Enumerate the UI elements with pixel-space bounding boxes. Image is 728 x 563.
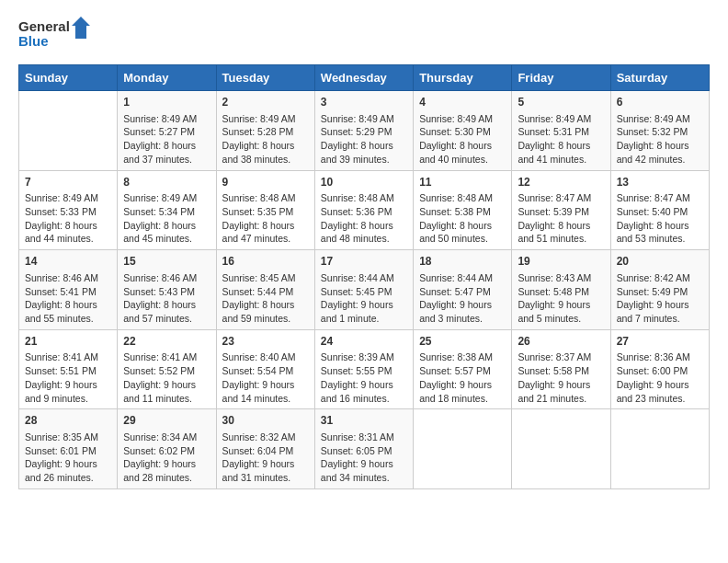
cell-1-4: 3Sunrise: 8:49 AMSunset: 5:29 PMDaylight… <box>314 91 413 171</box>
day-info-line: Daylight: 8 hours <box>321 139 407 153</box>
week-row-4: 21Sunrise: 8:41 AMSunset: 5:51 PMDayligh… <box>19 329 710 409</box>
day-info-line: Sunset: 5:41 PM <box>25 285 111 299</box>
cell-3-1: 14Sunrise: 8:46 AMSunset: 5:41 PMDayligh… <box>19 250 118 330</box>
cell-2-6: 12Sunrise: 8:47 AMSunset: 5:39 PMDayligh… <box>512 170 610 250</box>
day-info-line: Sunset: 6:04 PM <box>222 444 309 458</box>
day-info-line: and 41 minutes. <box>518 153 604 167</box>
day-info-line: Sunset: 6:00 PM <box>617 364 703 378</box>
day-info-line: Daylight: 8 hours <box>222 139 309 153</box>
header-tuesday: Tuesday <box>216 65 314 91</box>
day-info-line: Daylight: 9 hours <box>518 298 604 312</box>
day-info-line: Sunrise: 8:49 AM <box>518 112 604 126</box>
day-info-line: Sunset: 6:05 PM <box>321 444 407 458</box>
day-info-line: Sunset: 5:34 PM <box>123 205 210 219</box>
day-info-line: Sunset: 5:45 PM <box>321 285 407 299</box>
day-info-line: Sunrise: 8:48 AM <box>321 191 407 205</box>
day-info-line: Sunrise: 8:32 AM <box>222 431 309 444</box>
day-info-line: Sunrise: 8:41 AM <box>123 350 210 364</box>
cell-4-5: 25Sunrise: 8:38 AMSunset: 5:57 PMDayligh… <box>414 329 512 409</box>
day-info-line: Daylight: 8 hours <box>222 298 309 312</box>
day-info-line: Sunrise: 8:43 AM <box>518 271 604 285</box>
day-info-line: and 53 minutes. <box>617 232 703 246</box>
day-info-line: and 16 minutes. <box>321 392 407 406</box>
day-number: 12 <box>518 175 604 190</box>
day-info-line: Sunset: 5:52 PM <box>123 364 210 378</box>
day-number: 1 <box>123 95 210 110</box>
svg-text:Blue: Blue <box>18 33 49 49</box>
day-info-line: Sunrise: 8:47 AM <box>617 191 703 205</box>
day-number: 4 <box>419 95 506 110</box>
day-number: 30 <box>222 413 309 429</box>
header-saturday: Saturday <box>610 65 709 91</box>
day-info-line: Daylight: 8 hours <box>419 139 506 153</box>
day-info-line: Sunset: 6:02 PM <box>123 444 210 458</box>
day-info-line: Daylight: 8 hours <box>222 219 309 233</box>
day-info-line: Sunrise: 8:49 AM <box>123 112 210 126</box>
cell-3-2: 15Sunrise: 8:46 AMSunset: 5:43 PMDayligh… <box>118 250 216 330</box>
cell-1-7: 6Sunrise: 8:49 AMSunset: 5:32 PMDaylight… <box>610 91 709 171</box>
day-info-line: and 48 minutes. <box>321 232 407 246</box>
day-number: 11 <box>419 175 506 190</box>
day-info-line: Sunrise: 8:39 AM <box>321 350 407 364</box>
header-wednesday: Wednesday <box>314 65 413 91</box>
day-info-line: and 11 minutes. <box>123 392 210 406</box>
day-info-line: Sunset: 5:54 PM <box>222 364 309 378</box>
day-info-line: and 3 minutes. <box>419 312 506 326</box>
day-info-line: Daylight: 9 hours <box>222 457 309 471</box>
day-info-line: and 57 minutes. <box>123 312 210 326</box>
day-number: 14 <box>25 254 111 270</box>
header-row: SundayMondayTuesdayWednesdayThursdayFrid… <box>19 65 710 91</box>
day-info-line: Daylight: 8 hours <box>617 139 703 153</box>
day-info-line: Daylight: 9 hours <box>25 378 111 392</box>
day-info-line: and 21 minutes. <box>518 392 604 406</box>
day-number: 25 <box>419 334 506 350</box>
day-info-line: and 14 minutes. <box>222 392 309 406</box>
day-number: 20 <box>617 254 703 270</box>
svg-text:General: General <box>18 18 70 34</box>
day-number: 15 <box>123 254 210 270</box>
day-info-line: Daylight: 9 hours <box>123 378 210 392</box>
day-info-line: Daylight: 9 hours <box>617 298 703 312</box>
week-row-1: 1Sunrise: 8:49 AMSunset: 5:27 PMDaylight… <box>19 91 710 171</box>
day-info-line: and 34 minutes. <box>321 471 407 485</box>
day-info-line: Sunset: 5:40 PM <box>617 205 703 219</box>
day-info-line: and 59 minutes. <box>222 312 309 326</box>
day-number: 2 <box>222 95 309 110</box>
day-info-line: Sunrise: 8:44 AM <box>419 271 506 285</box>
cell-3-6: 19Sunrise: 8:43 AMSunset: 5:48 PMDayligh… <box>512 250 610 330</box>
day-info-line: Sunrise: 8:49 AM <box>617 112 703 126</box>
cell-2-1: 7Sunrise: 8:49 AMSunset: 5:33 PMDaylight… <box>19 170 118 250</box>
day-info-line: Daylight: 9 hours <box>123 457 210 471</box>
day-number: 22 <box>123 334 210 350</box>
day-number: 18 <box>419 254 506 270</box>
cell-5-1: 28Sunrise: 8:35 AMSunset: 6:01 PMDayligh… <box>19 409 118 489</box>
header-friday: Friday <box>512 65 610 91</box>
day-info-line: Sunrise: 8:41 AM <box>25 350 111 364</box>
day-info-line: Sunset: 5:57 PM <box>419 364 506 378</box>
day-info-line: Daylight: 8 hours <box>123 298 210 312</box>
cell-4-7: 27Sunrise: 8:36 AMSunset: 6:00 PMDayligh… <box>610 329 709 409</box>
cell-3-4: 17Sunrise: 8:44 AMSunset: 5:45 PMDayligh… <box>314 250 413 330</box>
cell-2-5: 11Sunrise: 8:48 AMSunset: 5:38 PMDayligh… <box>414 170 512 250</box>
calendar-table: SundayMondayTuesdayWednesdayThursdayFrid… <box>18 64 710 489</box>
day-info-line: Daylight: 8 hours <box>25 298 111 312</box>
day-info-line: Sunrise: 8:49 AM <box>419 112 506 126</box>
day-number: 16 <box>222 254 309 270</box>
cell-2-2: 8Sunrise: 8:49 AMSunset: 5:34 PMDaylight… <box>118 170 216 250</box>
day-info-line: and 55 minutes. <box>25 312 111 326</box>
day-info-line: Sunset: 6:01 PM <box>25 444 111 458</box>
day-info-line: Sunset: 5:30 PM <box>419 125 506 139</box>
day-number: 26 <box>518 334 604 350</box>
cell-1-3: 2Sunrise: 8:49 AMSunset: 5:28 PMDaylight… <box>216 91 314 171</box>
logo: General Blue <box>18 15 92 55</box>
cell-4-3: 23Sunrise: 8:40 AMSunset: 5:54 PMDayligh… <box>216 329 314 409</box>
cell-5-3: 30Sunrise: 8:32 AMSunset: 6:04 PMDayligh… <box>216 409 314 489</box>
day-number: 7 <box>25 175 111 190</box>
day-number: 24 <box>321 334 407 350</box>
day-info-line: and 5 minutes. <box>518 312 604 326</box>
day-info-line: and 9 minutes. <box>25 392 111 406</box>
week-row-5: 28Sunrise: 8:35 AMSunset: 6:01 PMDayligh… <box>19 409 710 489</box>
day-info-line: Sunrise: 8:45 AM <box>222 271 309 285</box>
day-info-line: Sunrise: 8:49 AM <box>123 191 210 205</box>
day-info-line: Daylight: 9 hours <box>25 457 111 471</box>
